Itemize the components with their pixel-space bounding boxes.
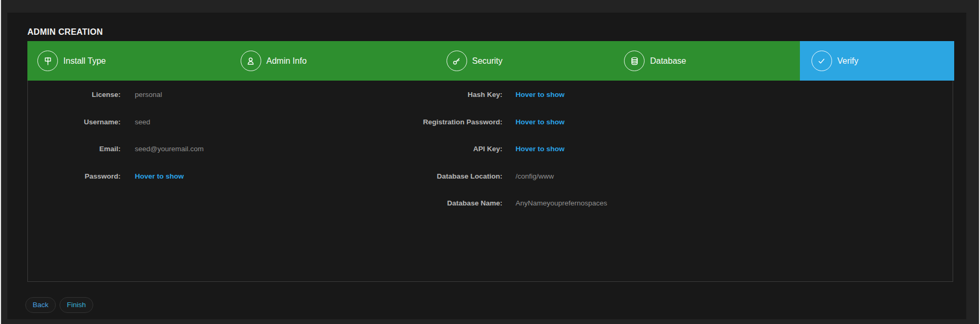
back-button[interactable]: Back xyxy=(25,297,56,313)
field-label: License: xyxy=(28,91,121,99)
summary-row: Database Name: AnyNameyouprefernospaces xyxy=(323,190,797,217)
field-label: API Key: xyxy=(323,145,502,153)
hover-to-show-link[interactable]: Hover to show xyxy=(135,172,184,180)
database-icon xyxy=(624,51,645,71)
summary-column-right: Hash Key: Hover to show Registration Pas… xyxy=(323,81,797,217)
field-label: Hash Key: xyxy=(323,91,502,99)
summary-row: Database Location: /config/www xyxy=(323,163,797,190)
summary-row: API Key: Hover to show xyxy=(323,135,797,163)
signpost-icon xyxy=(37,51,58,71)
wizard-step-install-type[interactable]: Install Type xyxy=(37,41,106,81)
hover-to-show-link[interactable]: Hover to show xyxy=(516,118,565,126)
wizard-step-database[interactable]: Database xyxy=(624,41,686,81)
summary-row: Password: Hover to show xyxy=(28,163,312,190)
summary-row: Username: seed xyxy=(28,109,312,136)
finish-button[interactable]: Finish xyxy=(60,297,93,313)
page-title: ADMIN CREATION xyxy=(27,27,103,37)
field-value: seed xyxy=(135,118,150,126)
field-label: Database Name: xyxy=(323,199,502,207)
hover-to-show-link[interactable]: Hover to show xyxy=(516,145,565,153)
wizard-step-admin-info[interactable]: Admin Info xyxy=(241,41,306,81)
field-label: Email: xyxy=(28,145,121,153)
hover-to-show-link[interactable]: Hover to show xyxy=(516,91,565,99)
summary-row: License: personal xyxy=(28,81,312,109)
wizard-actions: Back Finish xyxy=(25,297,93,313)
field-label: Database Location: xyxy=(323,172,502,180)
main-window: ADMIN CREATION Install Type Admin Info S… xyxy=(7,13,966,319)
person-icon xyxy=(241,51,261,71)
summary-row: Email: seed@youremail.com xyxy=(28,135,312,163)
field-value: personal xyxy=(135,91,162,99)
check-icon xyxy=(811,51,832,71)
wizard-panel: Install Type Admin Info Security Databas… xyxy=(27,41,953,282)
wizard-step-verify[interactable]: Verify xyxy=(811,41,858,81)
field-label: Username: xyxy=(28,118,121,126)
summary-row: Registration Password: Hover to show xyxy=(323,109,797,136)
wizard-step-security[interactable]: Security xyxy=(447,41,503,81)
field-label: Registration Password: xyxy=(323,118,502,126)
field-value: seed@youremail.com xyxy=(135,145,204,153)
field-value: AnyNameyouprefernospaces xyxy=(516,199,607,207)
verify-summary: License: personal Username: seed Email: … xyxy=(28,81,953,281)
summary-row: Hash Key: Hover to show xyxy=(323,81,797,109)
wizard-step-bar: Install Type Admin Info Security Databas… xyxy=(27,41,954,81)
field-value: /config/www xyxy=(516,172,554,180)
key-icon xyxy=(447,51,467,71)
summary-column-left: License: personal Username: seed Email: … xyxy=(28,81,312,190)
field-label: Password: xyxy=(28,172,121,180)
